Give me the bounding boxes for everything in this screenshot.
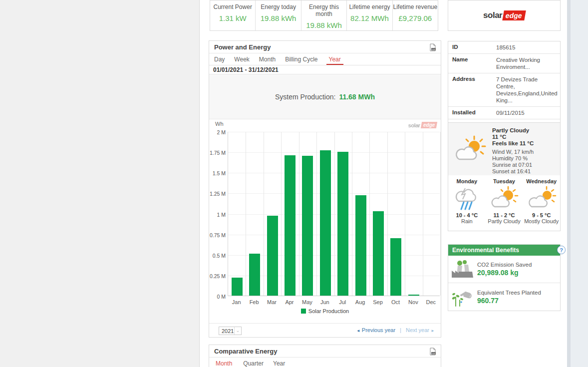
bar-jan[interactable] bbox=[232, 278, 243, 296]
stat-label: Lifetime revenue bbox=[393, 3, 438, 10]
tab-year[interactable]: Year bbox=[273, 358, 285, 367]
csv-export-icon[interactable]: csv bbox=[429, 43, 437, 51]
gridline-vertical bbox=[281, 132, 282, 296]
gridline-vertical bbox=[246, 132, 246, 296]
right-arrow-icon: ► bbox=[431, 329, 435, 333]
chart-legend: Solar Production bbox=[209, 308, 441, 314]
x-tick-label: Oct bbox=[387, 299, 404, 305]
x-tick-label: Jan bbox=[228, 299, 245, 305]
scrollbar-track[interactable] bbox=[567, 0, 571, 367]
tab-year[interactable]: Year bbox=[327, 53, 342, 65]
partly-cloudy-icon bbox=[452, 135, 488, 165]
factory-icon bbox=[448, 260, 477, 279]
y-tick-label: 1.5 M bbox=[213, 170, 226, 176]
y-axis-unit-label: Wh bbox=[215, 121, 224, 127]
bar-aug[interactable] bbox=[355, 195, 366, 296]
csv-export-icon[interactable]: csv bbox=[429, 348, 437, 356]
production-label: System Production: bbox=[275, 93, 335, 101]
help-icon[interactable]: ? bbox=[557, 246, 566, 254]
bar-nov[interactable] bbox=[408, 295, 419, 296]
bar-sep[interactable] bbox=[373, 211, 384, 296]
detail-row-installed: Installed 09/11/2015 bbox=[448, 107, 560, 119]
env-co2-label: CO2 Emission Saved bbox=[477, 262, 532, 268]
chart-plot bbox=[228, 132, 440, 296]
panel-title: Comparative Energy bbox=[209, 345, 441, 358]
weather-condition: Partly Cloudy bbox=[492, 127, 534, 134]
svg-text:csv: csv bbox=[432, 352, 435, 355]
bar-mar[interactable] bbox=[267, 216, 278, 296]
y-tick-label: 1.25 M bbox=[210, 191, 226, 197]
bar-oct[interactable] bbox=[390, 238, 401, 296]
x-tick-label: Jun bbox=[316, 299, 333, 305]
legend-label: Solar Production bbox=[308, 308, 349, 314]
x-tick-label: Apr bbox=[281, 299, 298, 305]
gridline-vertical bbox=[299, 132, 299, 296]
stat-energy-today: Energy today 19.88 kWh bbox=[255, 0, 300, 30]
comparative-energy-panel: Comparative Energy csv Month Quarter Yea… bbox=[209, 345, 441, 367]
stat-label: Lifetime energy bbox=[347, 3, 392, 10]
weather-forecast: Monday 10 - 4 °C Rain Tue bbox=[448, 175, 560, 232]
power-energy-header: Power and Energy csv bbox=[209, 41, 441, 53]
gridline-vertical bbox=[352, 132, 352, 296]
environmental-benefits-panel: Environmental Benefits ? CO2 Emission Sa… bbox=[448, 244, 561, 311]
bar-may[interactable] bbox=[302, 156, 313, 296]
y-tick-label: 0 M bbox=[217, 294, 226, 300]
y-tick-label: 1 M bbox=[217, 212, 226, 218]
year-navigation: ◄ Previous year | Next year ► bbox=[356, 327, 435, 333]
forecast-tuesday: Tuesday 11 - 2 °C Partly Cloudy bbox=[486, 175, 523, 232]
env-co2-value: 20,989.08 kg bbox=[477, 269, 532, 277]
weather-details: Wind W, 17 km/h Humidity 70 % Sunrise at… bbox=[492, 149, 534, 175]
svg-text:csv: csv bbox=[432, 48, 435, 50]
gridline-vertical bbox=[440, 132, 441, 296]
x-tick-label: Nov bbox=[404, 299, 422, 305]
gridline-vertical bbox=[264, 132, 264, 296]
env-row-trees: Equivalent Trees Planted 960.77 bbox=[448, 283, 560, 311]
partly-cloudy-icon bbox=[486, 184, 523, 212]
gridline-vertical bbox=[334, 132, 335, 296]
detail-row-id: ID 185615 bbox=[448, 41, 560, 54]
stat-current-power: Current Power 1.31 kW bbox=[210, 0, 255, 30]
tab-underline bbox=[326, 64, 343, 65]
forecast-wednesday: Wednesday 9 - 5 °C Mostly Cloudy bbox=[523, 175, 560, 232]
stat-energy-this-month: Energy this month 19.88 kWh bbox=[301, 0, 346, 30]
stat-value: £9,279.06 bbox=[393, 14, 438, 22]
left-arrow-icon: ◄ bbox=[356, 329, 360, 333]
comparative-energy-tabs: Month Quarter Year bbox=[209, 358, 441, 367]
weather-wind: Wind W, 17 km/h bbox=[492, 149, 534, 155]
bar-apr[interactable] bbox=[285, 155, 295, 296]
gridline-vertical bbox=[405, 132, 405, 296]
year-select[interactable]: 2021 ⌄ bbox=[219, 327, 242, 335]
x-tick-label: May bbox=[298, 299, 316, 305]
tab-billing-cycle[interactable]: Billing Cycle bbox=[285, 53, 317, 65]
tab-week[interactable]: Week bbox=[234, 53, 249, 65]
environmental-benefits-header: Environmental Benefits ? bbox=[448, 245, 560, 256]
watering-can-icon bbox=[448, 287, 477, 307]
gridline-horizontal bbox=[228, 193, 440, 194]
x-tick-label: Feb bbox=[245, 299, 263, 305]
tab-day[interactable]: Day bbox=[214, 53, 225, 65]
tab-month[interactable]: Month bbox=[214, 358, 234, 367]
next-year-link[interactable]: Next year ► bbox=[406, 327, 435, 333]
page-right-margin bbox=[571, 0, 588, 367]
power-energy-tabs: Day Week Month Billing Cycle Year bbox=[209, 53, 441, 65]
comparative-energy-header: Comparative Energy csv bbox=[209, 345, 441, 358]
previous-year-link[interactable]: ◄ Previous year bbox=[356, 327, 395, 333]
bar-feb[interactable] bbox=[249, 254, 260, 296]
x-tick-label: Jul bbox=[334, 299, 351, 305]
env-title: Environmental Benefits bbox=[448, 245, 560, 256]
rain-icon bbox=[448, 184, 486, 212]
y-tick-label: 0.75 M bbox=[210, 232, 226, 238]
chart-controls: 2021 ⌄ ◄ Previous year | Next year ► bbox=[209, 323, 441, 337]
weather-humidity: Humidity 70 % bbox=[492, 155, 534, 162]
stat-label: Current Power bbox=[210, 3, 255, 10]
stat-lifetime-revenue: Lifetime revenue £9,279.06 bbox=[392, 0, 438, 30]
bar-jun[interactable] bbox=[320, 150, 331, 296]
stat-label: Energy this month bbox=[301, 3, 346, 17]
bar-jul[interactable] bbox=[337, 152, 348, 296]
current-weather-text: Partly Cloudy 11 °C Feels like 11 °C Win… bbox=[492, 127, 534, 175]
weather-temperature: 11 °C bbox=[492, 134, 534, 140]
tab-quarter[interactable]: Quarter bbox=[243, 358, 264, 367]
detail-row-name: Name Creative Working Enviroment... bbox=[448, 54, 560, 73]
tab-month[interactable]: Month bbox=[259, 53, 276, 65]
stat-value: 82.12 MWh bbox=[347, 14, 392, 22]
